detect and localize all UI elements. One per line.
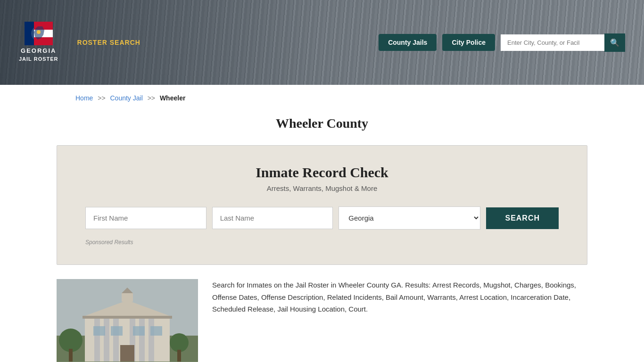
county-jails-button[interactable]: County Jails — [379, 34, 437, 51]
svg-rect-10 — [94, 314, 100, 362]
breadcrumb-county-jail-link[interactable]: County Jail — [110, 94, 143, 102]
page-title-section: Wheeler County — [0, 111, 644, 145]
sponsored-label: Sponsored Results — [85, 239, 559, 246]
last-name-input[interactable] — [212, 207, 333, 229]
svg-rect-20 — [111, 326, 123, 336]
search-icon: 🔍 — [610, 39, 619, 47]
svg-rect-27 — [69, 349, 73, 362]
svg-rect-18 — [120, 345, 134, 362]
inmate-search-form: Georgia Alabama Florida SEARCH — [85, 206, 559, 230]
city-police-button[interactable]: City Police — [442, 34, 495, 51]
site-name: GEORGIA JAIL ROSTER — [19, 47, 58, 63]
svg-point-26 — [170, 333, 189, 352]
inmate-search-button[interactable]: SEARCH — [486, 207, 559, 229]
breadcrumb: Home >> County Jail >> Wheeler — [0, 85, 644, 111]
record-check-subtitle: Arrests, Warrants, Mugshot & More — [85, 184, 559, 192]
breadcrumb-sep2: >> — [148, 94, 155, 102]
svg-rect-21 — [133, 326, 145, 336]
description-text: Search for Inmates on the Jail Roster in… — [212, 279, 587, 315]
svg-rect-11 — [104, 314, 109, 362]
georgia-flag-icon — [25, 22, 53, 45]
svg-rect-23 — [122, 293, 133, 302]
bottom-section: Search for Inmates on the Jail Roster in… — [0, 265, 644, 362]
site-search-button[interactable]: 🔍 — [604, 33, 625, 52]
site-search-input[interactable] — [501, 34, 604, 51]
record-check-card: Inmate Record Check Arrests, Warrants, M… — [57, 145, 587, 265]
roster-search-nav[interactable]: ROSTER SEARCH — [77, 39, 140, 46]
nav-right: County Jails City Police 🔍 — [379, 33, 625, 52]
svg-point-6 — [37, 30, 41, 34]
header-content: GEORGIA JAIL ROSTER ROSTER SEARCH County… — [0, 0, 644, 85]
breadcrumb-current: Wheeler — [160, 94, 185, 102]
hero-banner: GEORGIA JAIL ROSTER ROSTER SEARCH County… — [0, 0, 644, 85]
svg-rect-12 — [113, 314, 119, 362]
svg-rect-19 — [93, 326, 105, 336]
state-select[interactable]: Georgia Alabama Florida — [339, 206, 480, 230]
svg-rect-15 — [149, 314, 154, 362]
page-title: Wheeler County — [0, 116, 644, 131]
svg-rect-17 — [83, 316, 172, 319]
first-name-input[interactable] — [85, 207, 206, 229]
svg-point-25 — [59, 329, 83, 352]
courthouse-svg — [57, 279, 198, 362]
svg-rect-28 — [177, 350, 181, 362]
courthouse-image — [57, 279, 198, 362]
record-check-title: Inmate Record Check — [85, 165, 559, 181]
breadcrumb-sep1: >> — [98, 94, 105, 102]
site-logo[interactable]: GEORGIA JAIL ROSTER — [19, 22, 58, 63]
svg-rect-22 — [150, 326, 162, 336]
breadcrumb-home-link[interactable]: Home — [75, 94, 93, 102]
svg-rect-14 — [139, 314, 145, 362]
site-search-bar: 🔍 — [501, 33, 625, 52]
